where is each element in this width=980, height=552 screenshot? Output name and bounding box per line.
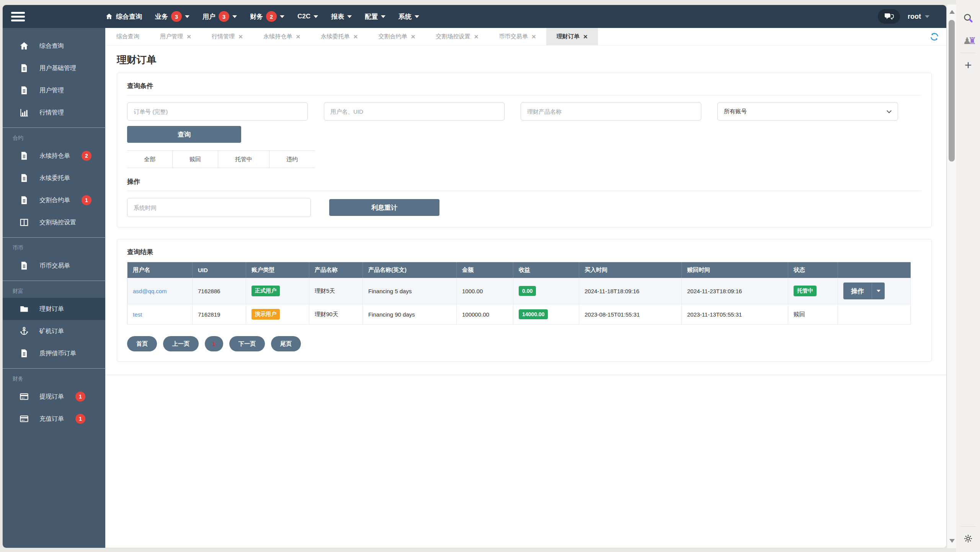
sidebar-item-overview[interactable]: 综合查询 xyxy=(3,35,105,57)
cell-redeem-time: 2024-11-23T18:09:16 xyxy=(682,278,788,304)
nav-item-business[interactable]: 业务3 xyxy=(155,11,189,22)
status-filter-tabs: 全部赎回托管中违约 xyxy=(127,150,315,168)
nav-item-overview[interactable]: 综合查询 xyxy=(105,12,142,21)
cell-action xyxy=(838,304,911,325)
scrollbar-thumb[interactable] xyxy=(949,20,955,162)
cell-account-type: 演示用户 xyxy=(246,304,309,325)
rook-glyph: ♜ xyxy=(968,36,973,46)
close-icon[interactable]: × xyxy=(532,33,536,40)
tab-perpetual-orders[interactable]: 永续委托单× xyxy=(310,28,368,45)
user-menu[interactable]: root xyxy=(908,13,929,21)
filter-tab-all[interactable]: 全部 xyxy=(127,151,172,168)
new-tab-plus-icon[interactable]: + xyxy=(962,59,975,72)
nav-item-system[interactable]: 系统 xyxy=(399,12,419,21)
refresh-icon[interactable] xyxy=(929,32,939,42)
notification-badge: 2 xyxy=(82,151,91,161)
nav-item-label: 综合查询 xyxy=(116,12,142,21)
sidebar-item-delivery-risk-settings[interactable]: 交割场控设置 xyxy=(3,211,105,234)
notification-badge: 1 xyxy=(82,195,91,205)
close-icon[interactable]: × xyxy=(296,33,300,40)
close-icon[interactable]: × xyxy=(474,33,479,40)
row-action-button[interactable]: 操作 xyxy=(843,283,885,299)
cell-amount: 100000.00 xyxy=(457,304,513,325)
pagination-next-page[interactable]: 下一页 xyxy=(229,336,265,351)
pagination-last-page[interactable]: 尾页 xyxy=(271,336,301,351)
file-icon xyxy=(19,63,29,73)
product-name-input[interactable] xyxy=(521,102,701,121)
scroll-down-arrow[interactable] xyxy=(949,539,955,543)
query-results-panel: 查询结果 用户名UID账户类型产品名称产品名称(英文)金额收益买入时间赎回时间状… xyxy=(117,239,932,362)
tab-bar: 综合查询用户管理×行情管理×永续持仓单×永续委托单×交割合约单×交割场控设置×币… xyxy=(105,28,946,46)
cell-status: 赎回 xyxy=(788,304,838,325)
scroll-up-arrow[interactable] xyxy=(949,10,955,14)
sidebar-item-deposit-orders[interactable]: 充值订单1 xyxy=(3,408,105,430)
close-icon[interactable]: × xyxy=(583,33,588,40)
tab-label: 用户管理 xyxy=(160,33,183,40)
search-icon[interactable] xyxy=(962,11,975,24)
interest-recalc-button[interactable]: 利息重计 xyxy=(329,199,439,216)
action-dropdown-toggle[interactable] xyxy=(872,283,885,299)
tab-spot-trades[interactable]: 币币交易单× xyxy=(489,28,546,45)
tab-delivery-risk-settings[interactable]: 交割场控设置× xyxy=(426,28,489,45)
sidebar-item-pledge-loan-orders[interactable]: 质押借币订单 xyxy=(3,342,105,364)
pagination-prev-page[interactable]: 上一页 xyxy=(163,336,199,351)
tab-label: 理财订单 xyxy=(557,33,580,40)
sidebar-toggle-button[interactable] xyxy=(3,12,105,21)
username-link[interactable]: test xyxy=(133,311,142,318)
account-select[interactable]: 所有账号 xyxy=(717,102,898,121)
sidebar-item-wealth-orders[interactable]: 理财订单 xyxy=(3,298,105,320)
nav-item-report[interactable]: 报表 xyxy=(331,12,352,21)
tab-overview[interactable]: 综合查询 xyxy=(106,28,150,45)
sidebar-item-label: 提现订单 xyxy=(39,393,64,401)
sidebar-item-withdraw-orders[interactable]: 提现订单1 xyxy=(3,385,105,408)
tab-wealth-orders[interactable]: 理财订单× xyxy=(546,28,598,45)
sidebar-item-perpetual-orders[interactable]: 永续委托单 xyxy=(3,167,105,189)
sidebar-top-spacer xyxy=(3,30,105,35)
pagination-first-page[interactable]: 首页 xyxy=(127,336,157,351)
sidebar-item-user-mgmt[interactable]: 用户管理 xyxy=(3,79,105,101)
vertical-scrollbar[interactable] xyxy=(947,5,956,548)
tab-perpetual-positions[interactable]: 永续持仓单× xyxy=(253,28,310,45)
tab-user-mgmt[interactable]: 用户管理× xyxy=(150,28,201,45)
column-header: UID xyxy=(193,262,246,278)
sidebar-item-market-mgmt[interactable]: 行情管理 xyxy=(3,101,105,124)
caret-down-icon xyxy=(347,15,352,18)
filter-tab-in-custody[interactable]: 托管中 xyxy=(218,151,269,168)
username-uid-input[interactable] xyxy=(324,102,505,121)
system-time-input[interactable] xyxy=(127,198,311,217)
close-icon[interactable]: × xyxy=(238,33,243,40)
pagination-page-1[interactable]: 1 xyxy=(205,336,223,351)
filter-tab-defaulted[interactable]: 违约 xyxy=(269,151,315,168)
close-icon[interactable]: × xyxy=(411,33,415,40)
sidebar-item-delivery-contracts[interactable]: 交割合约单1 xyxy=(3,189,105,211)
sidebar-item-label: 币币交易单 xyxy=(39,262,70,270)
username-link[interactable]: asd@qq.com xyxy=(133,288,167,294)
sidebar-item-user-base-mgmt[interactable]: 用户基础管理 xyxy=(3,57,105,79)
nav-item-config[interactable]: 配置 xyxy=(365,12,385,21)
navbar-menu: 综合查询业务3用户3财务2C2C报表配置系统 xyxy=(105,11,419,22)
sidebar-item-perpetual-positions[interactable]: 永续持仓单2 xyxy=(3,145,105,167)
tab-label: 永续委托单 xyxy=(321,33,350,40)
chess-extension-icon[interactable]: ♟♜ xyxy=(962,34,975,47)
username-label: root xyxy=(908,13,921,21)
sidebar-item-miner-orders[interactable]: 矿机订单 xyxy=(3,320,105,342)
nav-item-finance[interactable]: 财务2 xyxy=(250,11,284,22)
search-button[interactable]: 查询 xyxy=(127,126,241,143)
cell-product: 理财5天 xyxy=(309,278,363,304)
toolbar-divider-bottom xyxy=(960,526,976,527)
settings-gear-icon[interactable] xyxy=(962,532,975,545)
cell-username: asd@qq.com xyxy=(127,278,193,304)
tab-market-mgmt[interactable]: 行情管理× xyxy=(201,28,253,45)
sidebar-item-label: 行情管理 xyxy=(39,109,64,117)
filter-tab-redeemed[interactable]: 赎回 xyxy=(172,151,218,168)
file-icon xyxy=(19,85,29,95)
tab-delivery-contracts[interactable]: 交割合约单× xyxy=(368,28,425,45)
nav-item-user[interactable]: 用户3 xyxy=(203,11,237,22)
sidebar-item-spot-trades[interactable]: 币币交易单 xyxy=(3,255,105,277)
close-icon[interactable]: × xyxy=(353,33,358,40)
file-icon xyxy=(19,195,29,205)
nav-item-c2c[interactable]: C2C xyxy=(297,13,318,20)
close-icon[interactable]: × xyxy=(187,33,191,40)
messages-button[interactable] xyxy=(878,9,900,24)
order-number-input[interactable] xyxy=(127,102,308,121)
